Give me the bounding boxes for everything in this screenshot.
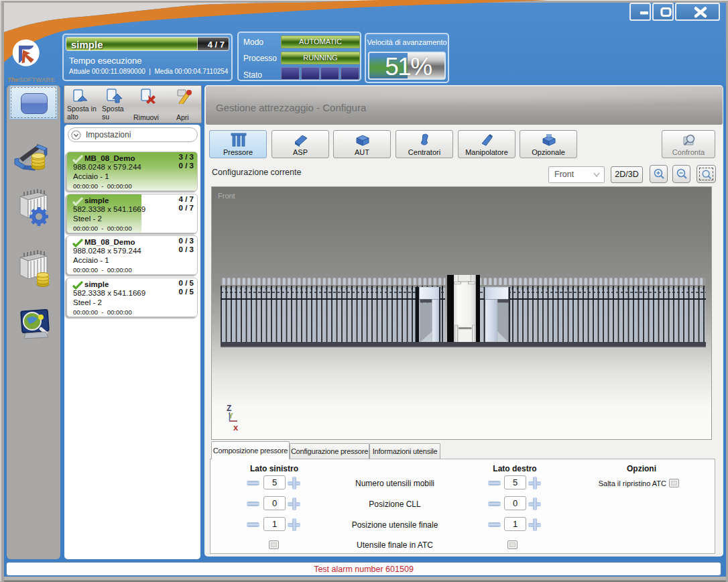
- svg-text:x: x: [233, 422, 239, 432]
